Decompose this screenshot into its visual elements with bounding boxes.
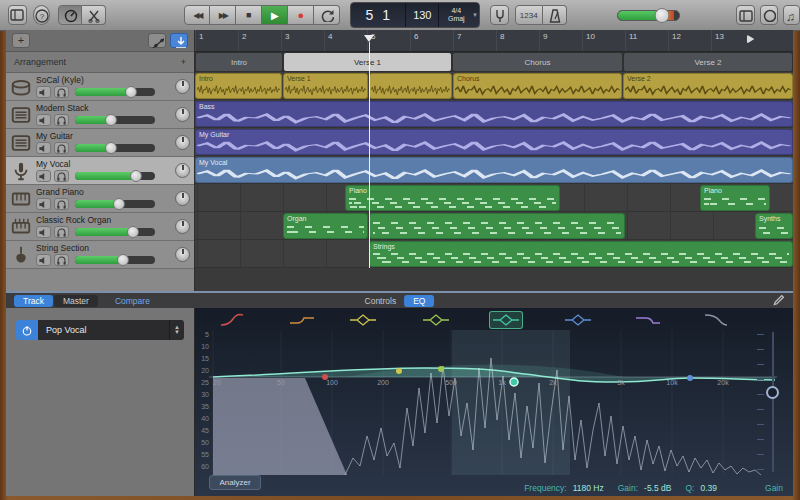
eq-gain-slider[interactable] <box>755 332 781 472</box>
band3-control-point[interactable] <box>396 368 402 374</box>
pan-knob[interactable] <box>175 79 190 94</box>
mute-button[interactable] <box>36 114 51 126</box>
solo-button[interactable] <box>54 86 69 98</box>
lcd-chevron-icon[interactable]: ▾ <box>473 11 477 19</box>
preset-name[interactable]: Pop Vocal <box>38 320 169 340</box>
eq-band-2-lowshelf[interactable] <box>285 311 319 329</box>
eq-band-5-bell-selected[interactable] <box>489 311 523 329</box>
metronome-button[interactable] <box>543 5 567 25</box>
pan-knob[interactable] <box>175 247 190 262</box>
smart-controls-button[interactable] <box>58 5 82 25</box>
mute-button[interactable] <box>36 142 51 154</box>
region-my-guitar[interactable]: My Guitar <box>195 129 793 155</box>
solo-button[interactable] <box>54 170 69 182</box>
region-bass[interactable]: Bass <box>195 101 793 127</box>
solo-button[interactable] <box>54 114 69 126</box>
eq-graph[interactable] <box>195 308 793 496</box>
media-browser-button[interactable] <box>783 5 800 25</box>
pan-knob[interactable] <box>175 219 190 234</box>
pan-knob[interactable] <box>175 135 190 150</box>
region-my-vocal[interactable]: My Vocal <box>195 157 793 183</box>
solo-button[interactable] <box>54 254 69 266</box>
eq-band-8-lowpass[interactable] <box>699 311 733 329</box>
region-drums-intro[interactable]: Intro <box>195 73 282 99</box>
quick-help-button[interactable] <box>33 5 50 25</box>
preset-stepper[interactable]: ▲▼ <box>169 320 184 340</box>
time-ruler[interactable]: 12345678910111213 <box>195 30 793 52</box>
automation-button[interactable] <box>148 33 166 48</box>
arrangement-section-verse1[interactable]: Verse 1 <box>284 53 451 71</box>
preset-selector[interactable]: Pop Vocal ▲▼ <box>16 320 184 340</box>
eq-band-4-bell[interactable] <box>419 311 453 329</box>
eq-band-6-bell[interactable] <box>561 311 595 329</box>
band4-control-point[interactable] <box>438 366 444 372</box>
edit-pencil-icon[interactable] <box>772 294 785 307</box>
tab-track[interactable]: Track <box>14 295 53 307</box>
arrangement-section-verse2[interactable]: Verse 2 <box>624 53 792 71</box>
stop-button[interactable]: ■ <box>236 5 262 25</box>
band5-control-point-selected[interactable] <box>510 378 518 386</box>
eq-band-3-bell[interactable] <box>346 311 380 329</box>
track-row-my-vocal[interactable]: My Vocal <box>6 157 194 185</box>
pan-knob[interactable] <box>175 163 190 178</box>
track-row-string-section[interactable]: String Section <box>6 241 194 269</box>
catch-playhead-button[interactable] <box>170 33 188 48</box>
mute-button[interactable] <box>36 226 51 238</box>
volume-slider[interactable] <box>75 116 155 124</box>
tab-master[interactable]: Master <box>54 295 98 307</box>
tuner-button[interactable] <box>490 5 509 25</box>
tab-eq[interactable]: EQ <box>404 295 434 307</box>
loop-browser-button[interactable] <box>760 5 777 25</box>
region-piano-2[interactable]: Piano <box>700 185 770 211</box>
solo-button[interactable] <box>54 226 69 238</box>
region-organ-2[interactable] <box>369 213 625 239</box>
cycle-button[interactable] <box>314 5 340 25</box>
pan-knob[interactable] <box>175 107 190 122</box>
track-row-socal[interactable]: SoCal (Kyle) <box>6 73 194 101</box>
volume-slider[interactable] <box>75 200 155 208</box>
region-organ[interactable]: Organ <box>283 213 368 239</box>
arrangement-section-intro[interactable]: Intro <box>196 53 282 71</box>
rewind-button[interactable]: ◀◀ <box>184 5 210 25</box>
solo-button[interactable] <box>54 142 69 154</box>
volume-slider[interactable] <box>75 144 155 152</box>
forward-button[interactable]: ▶▶ <box>210 5 236 25</box>
arrangement-section-chorus[interactable]: Chorus <box>453 53 622 71</box>
record-button[interactable]: ● <box>288 5 314 25</box>
volume-slider[interactable] <box>75 88 155 96</box>
pan-knob[interactable] <box>175 191 190 206</box>
editors-button[interactable] <box>82 5 106 25</box>
track-row-classic-rock-organ[interactable]: Classic Rock Organ <box>6 213 194 241</box>
gain-slider-knob[interactable] <box>766 386 779 399</box>
frequency-value[interactable]: 1180 Hz <box>573 483 604 493</box>
volume-slider[interactable] <box>75 228 155 236</box>
arrangement-add-button[interactable]: + <box>181 57 186 67</box>
volume-slider[interactable] <box>75 256 155 264</box>
master-volume-slider[interactable] <box>617 10 681 21</box>
region-drums-verse1[interactable]: Verse 1 <box>283 73 368 99</box>
eq-band-7-highshelf[interactable] <box>631 311 665 329</box>
power-button[interactable] <box>16 320 38 340</box>
controls-label[interactable]: Controls <box>365 296 397 306</box>
compare-button[interactable]: Compare <box>106 295 159 307</box>
notepad-button[interactable] <box>736 5 755 25</box>
mute-button[interactable] <box>36 254 51 266</box>
play-button[interactable]: ▶ <box>262 5 288 25</box>
count-in-button[interactable]: 1234 <box>515 5 543 25</box>
eq-band-1-highpass[interactable] <box>215 311 249 329</box>
gain-value[interactable]: -5.5 dB <box>644 483 671 493</box>
track-row-modern-stack[interactable]: Modern Stack <box>6 101 194 129</box>
library-button[interactable] <box>8 5 27 25</box>
region-drums-verse2[interactable]: Verse 2 <box>623 73 793 99</box>
end-marker-icon[interactable] <box>745 34 759 47</box>
band6-control-point[interactable] <box>687 375 693 381</box>
mute-button[interactable] <box>36 170 51 182</box>
playhead[interactable] <box>369 42 370 268</box>
region-drums[interactable] <box>369 73 452 99</box>
region-strings[interactable]: Strings <box>369 241 793 267</box>
lcd-display[interactable]: 5 1 130 4/4 Gmaj ▾ <box>350 2 480 28</box>
track-row-my-guitar[interactable]: My Guitar <box>6 129 194 157</box>
mute-button[interactable] <box>36 198 51 210</box>
mute-button[interactable] <box>36 86 51 98</box>
track-row-grand-piano[interactable]: Grand Piano <box>6 185 194 213</box>
